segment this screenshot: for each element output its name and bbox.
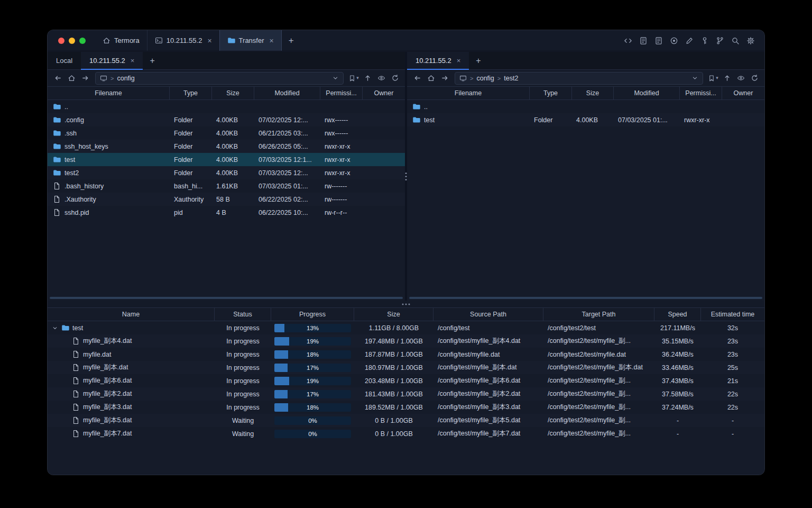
new-pane-tab-button[interactable]: + [469,52,487,69]
refresh-button[interactable] [389,72,401,85]
new-tab-button[interactable]: + [282,30,301,51]
file-row[interactable]: .. [48,100,405,113]
column-owner[interactable]: Owner [722,87,764,99]
settings-button[interactable] [745,35,756,46]
column-modified[interactable]: Modified [254,87,320,99]
column-source-path[interactable]: Source Path [433,308,543,321]
home-button[interactable] [425,72,437,85]
bookmark-button[interactable]: ▾ [707,72,719,85]
column-type[interactable]: Type [530,87,572,99]
path-bar[interactable]: > config > test2 [455,72,703,85]
column-size[interactable]: Size [572,87,614,99]
zoom-window-button[interactable] [79,38,86,44]
tab-transfer[interactable]: Transfer × [219,30,282,51]
chevron-down-icon[interactable] [691,75,698,81]
column-filename[interactable]: Filename [48,87,170,99]
tab-local[interactable]: Local [48,52,81,69]
transfer-row[interactable]: myfile_副本2.dat In progress 17% 181.43MB … [48,387,764,401]
transfer-source-path: /config/test [433,321,543,334]
file-modified: 07/03/2025 01:... [254,179,320,193]
transfer-row[interactable]: test In progress 13% 1.11GB / 8.00GB /co… [48,321,764,334]
column-permissions[interactable]: Permissi... [320,87,363,99]
forward-button[interactable] [79,72,91,85]
file-row[interactable]: .Xauthority Xauthority 58 B 06/22/2025 0… [48,193,405,206]
log-button[interactable] [653,35,664,46]
bookmark-button[interactable]: ▾ [347,72,360,85]
expand-chevron-icon[interactable] [52,325,58,331]
tab-remote-10-211-55-2[interactable]: 10.211.55.2 × [81,52,143,69]
transfer-row[interactable]: myfile_副本3.dat In progress 18% 189.52MB … [48,401,764,414]
refresh-button[interactable] [748,72,761,85]
folder-button[interactable] [638,35,649,46]
close-pane-tab-icon[interactable]: × [131,57,135,64]
file-row[interactable]: test Folder 4.00KB 07/03/2025 01:... rwx… [407,113,764,126]
file-row[interactable]: .config Folder 4.00KB 07/02/2025 12:... … [48,113,405,126]
column-permissions[interactable]: Permissi... [680,87,722,99]
transfer-speed: - [654,414,701,427]
column-progress[interactable]: Progress [271,308,354,321]
up-directory-button[interactable] [721,72,733,85]
folder-icon [53,103,61,111]
file-row[interactable]: sshd.pid pid 4 B 06/22/2025 10:... rw-r-… [48,206,405,219]
home-button[interactable] [65,72,78,85]
path-bar[interactable]: > config [95,72,344,85]
close-pane-tab-icon[interactable]: × [457,57,461,64]
column-owner[interactable]: Owner [363,87,405,99]
file-row[interactable]: .ssh Folder 4.00KB 06/21/2025 03:... rwx… [48,126,405,140]
path-segment[interactable]: config [476,75,494,82]
forward-button[interactable] [438,72,451,85]
chevron-down-icon[interactable] [332,75,339,81]
transfer-row[interactable]: myfile_副本6.dat In progress 19% 203.48MB … [48,374,764,387]
horizontal-scrollbar[interactable] [409,297,762,299]
column-type[interactable]: Type [170,87,212,99]
file-row[interactable]: test Folder 4.00KB 07/03/2025 12:1... rw… [48,153,405,166]
path-segment[interactable]: config [117,75,134,82]
transfer-progress-cell: 18% [271,401,354,414]
eye-icon [737,74,745,82]
tab-remote-10-211-55-2[interactable]: 10.211.55.2 × [407,52,469,69]
column-speed[interactable]: Speed [654,308,701,321]
path-segment[interactable]: test2 [504,75,518,82]
file-type [530,100,572,113]
file-row[interactable]: ssh_host_keys Folder 4.00KB 06/26/2025 0… [48,140,405,153]
key-button[interactable] [699,35,710,46]
transfer-splitter[interactable] [48,301,764,307]
back-button[interactable] [51,72,64,85]
file-row[interactable]: .. [407,100,764,113]
minimize-window-button[interactable] [69,38,75,44]
column-filename[interactable]: Filename [407,87,530,99]
file-row[interactable]: .bash_history bash_hi... 1.61KB 07/03/20… [48,179,405,193]
transfer-row[interactable]: myfile_副本5.dat Waiting 0% 0 B / 1.00GB /… [48,414,764,427]
tab-host-10-211-55-2[interactable]: 10.211.55.2 × [147,30,219,51]
column-modified[interactable]: Modified [614,87,680,99]
tab-termora[interactable]: Termora [95,30,147,51]
column-size[interactable]: Size [212,87,254,99]
back-icon [54,74,62,82]
toggle-hidden-files-button[interactable] [375,72,387,85]
file-row[interactable]: test2 Folder 4.00KB 07/03/2025 12:... rw… [48,166,405,179]
close-window-button[interactable] [58,38,64,44]
column-size[interactable]: Size [354,308,433,321]
close-tab-icon[interactable]: × [270,37,274,44]
toggle-hidden-files-button[interactable] [734,72,747,85]
up-directory-button[interactable] [361,72,374,85]
column-estimated-time[interactable]: Estimated time [701,308,764,321]
column-target-path[interactable]: Target Path [543,308,654,321]
transfer-row[interactable]: myfile_副本.dat In progress 17% 180.97MB /… [48,361,764,374]
search-button[interactable] [730,35,741,46]
branch-button[interactable] [715,35,725,46]
column-status[interactable]: Status [215,308,271,321]
new-pane-tab-button[interactable]: + [143,52,161,69]
back-button[interactable] [411,72,423,85]
code-button[interactable] [623,35,633,46]
window-controls [48,30,95,51]
transfer-row[interactable]: myfile_副本4.dat In progress 19% 197.48MB … [48,334,764,348]
record-button[interactable] [669,35,679,46]
file-size: 4.00KB [212,153,254,166]
horizontal-scrollbar[interactable] [50,297,403,299]
column-name[interactable]: Name [48,308,215,321]
edit-button[interactable] [684,35,695,46]
transfer-row[interactable]: myfile_副本7.dat Waiting 0% 0 B / 1.00GB /… [48,427,764,440]
transfer-row[interactable]: myfile.dat In progress 18% 187.87MB / 1.… [48,348,764,361]
close-tab-icon[interactable]: × [207,37,211,44]
